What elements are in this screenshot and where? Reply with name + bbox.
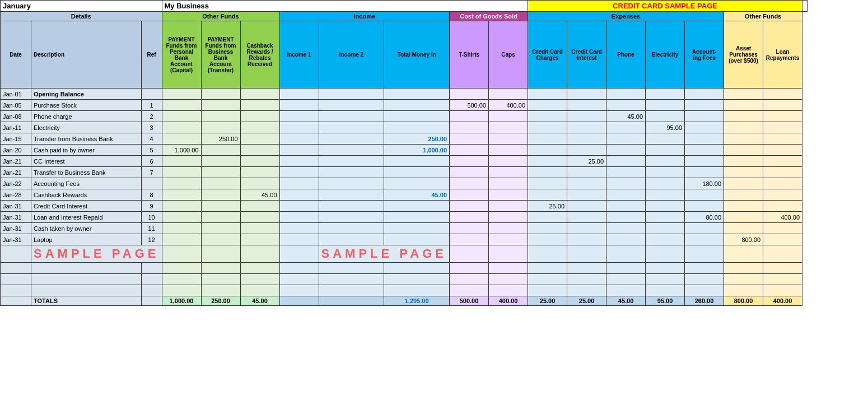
row-elec [646,156,685,167]
col-income1-header: Income 1 [279,21,319,89]
row-ref: 7 [141,167,162,178]
table-row: Jan-01 Opening Balance [1,89,808,100]
row-elec [646,274,685,285]
row-caps [489,234,528,245]
row-of1 [162,223,201,234]
sample-center: SAMPLE PAGE [319,245,450,263]
row-date: Jan-31 [1,201,31,212]
row-caps [489,89,528,100]
row-ref: 4 [141,133,162,145]
row-loan [763,133,802,145]
row-date [1,263,31,274]
row-elec [646,100,685,111]
row-inc1 [279,263,319,274]
business-title: My Business [162,1,528,12]
row-ref: 6 [141,156,162,167]
row-cci [567,89,606,100]
row-acct [685,234,724,245]
row-loan [763,201,802,212]
totals-of2: 250.00 [201,296,240,306]
row-of2: 250.00 [201,133,240,145]
totals-asset: 800.00 [724,296,763,306]
row-asset [724,156,763,167]
row-acct [685,133,724,145]
totals-of1: 1,000.00 [162,296,201,306]
row-inc2 [319,89,384,100]
row-desc: Credit Card Interest [31,201,142,212]
row-acct [685,145,724,156]
row-date: Jan-15 [1,133,31,145]
row-ref: 9 [141,201,162,212]
row-total [384,201,450,212]
row-loan [763,122,802,133]
row-of1 [162,201,201,212]
table-row: Jan-15 Transfer from Business Bank 4 250… [1,133,808,145]
row-cci [567,100,606,111]
row-tsh [450,156,489,167]
table-row: Jan-20 Cash paid in by owner 5 1,000.00 … [1,145,808,156]
row-of1 [162,122,201,133]
table-row: Jan-31 Laptop 12 800.00 [1,234,808,245]
row-cash [240,178,279,189]
row-tsh [450,167,489,178]
sample-left: SAMPLE PAGE [31,245,162,263]
row-tsh [450,263,489,274]
row-inc1 [279,89,319,100]
row-inc2 [319,111,384,122]
row-cci [567,263,606,274]
row-total [384,274,450,285]
table-row: Jan-08 Phone charge 2 45.00 [1,111,808,122]
row-tsh [450,285,489,296]
table-row: Jan-31 Cash taken by owner 11 [1,223,808,234]
data-rows: Jan-01 Opening Balance Jan-05 Purchase S… [1,89,808,296]
row-cci [567,189,606,201]
row-acct [685,167,724,178]
row-elec [646,167,685,178]
row-total [384,156,450,167]
totals-acct: 260.00 [685,296,724,306]
row-of2 [201,212,240,223]
row-caps [489,189,528,201]
row-phone [606,263,646,274]
row-caps [489,263,528,274]
row-elec [646,201,685,212]
row-ccc: 25.00 [528,201,567,212]
row-of1 [162,234,201,245]
row-of2 [201,274,240,285]
row-desc: Cash taken by owner [31,223,142,234]
row-asset [724,178,763,189]
totals-ccc: 25.00 [528,296,567,306]
row-desc: Purchase Stock [31,100,142,111]
section-other-funds2: Other Funds [724,12,802,21]
row-cash [240,145,279,156]
col-total-money-header: Total Money In [384,21,450,89]
row-inc1 [279,223,319,234]
sample-watermark-left: SAMPLE PAGE [34,246,160,261]
row-of2 [201,111,240,122]
credit-card-title: CREDIT CARD SAMPLE PAGE [528,1,802,12]
row-date: Jan-08 [1,111,31,122]
row-inc1 [279,178,319,189]
row-of1 [162,167,201,178]
row-date: Jan-28 [1,189,31,201]
row-cash [240,111,279,122]
row-cash [240,274,279,285]
row-desc: Transfer to Business Bank [31,167,142,178]
row-of1 [162,156,201,167]
row-elec [646,145,685,156]
row-phone [606,201,646,212]
row-cci: 25.00 [567,156,606,167]
col-loan-repayments-header: Loan Repayments [763,21,802,89]
row-of2 [201,167,240,178]
main-table: January My Business CREDIT CARD SAMPLE P… [0,0,808,306]
row-caps [489,122,528,133]
row-inc2 [319,178,384,189]
row-phone [606,122,646,133]
row-elec [646,89,685,100]
row-cash [240,133,279,145]
row-date [1,245,31,263]
row-ccc [528,89,567,100]
row-ref [141,89,162,100]
row-ccc [528,100,567,111]
row-total: 1,000.00 [384,145,450,156]
